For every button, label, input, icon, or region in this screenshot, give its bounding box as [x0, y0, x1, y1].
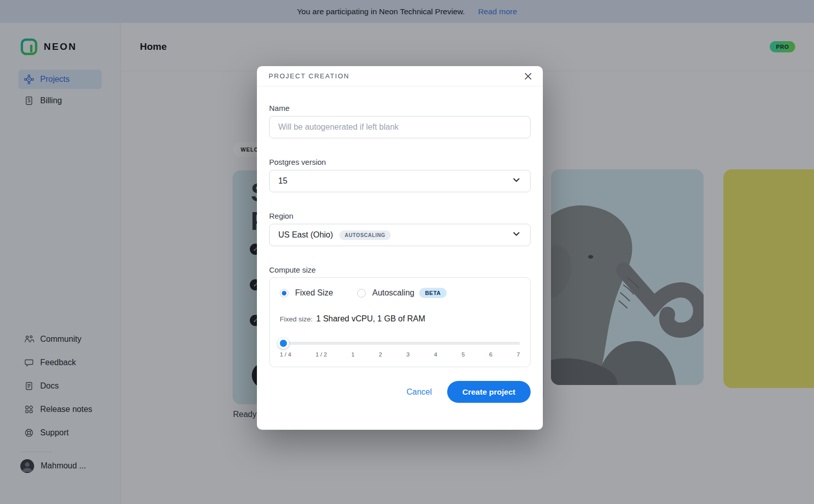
- app-screen: You are participating in Neon Technical …: [0, 0, 814, 504]
- slider-thumb[interactable]: [278, 338, 289, 349]
- chevron-down-icon: [512, 230, 520, 240]
- project-creation-modal: PROJECT CREATION Name Postgres version 1…: [257, 66, 543, 430]
- region-label: Region: [269, 212, 531, 220]
- tick-label: 5: [461, 351, 464, 358]
- radio-selected-icon: [280, 289, 288, 298]
- postgres-version-value: 15: [278, 176, 287, 186]
- region-value: US East (Ohio): [278, 230, 333, 240]
- modal-header: PROJECT CREATION: [257, 66, 543, 86]
- tick-label: 1 / 2: [315, 351, 327, 358]
- slider-track[interactable]: [280, 342, 520, 345]
- modal-footer: Cancel Create project: [269, 381, 531, 403]
- radio-label: Autoscaling: [372, 288, 415, 298]
- tick-label: 2: [379, 351, 382, 358]
- fixed-size-label: Fixed size:: [280, 315, 313, 323]
- autoscaling-radio[interactable]: Autoscaling BETA: [357, 288, 447, 298]
- cancel-button[interactable]: Cancel: [406, 388, 432, 397]
- tick-label: 4: [434, 351, 437, 358]
- tick-label: 1 / 4: [280, 351, 291, 358]
- close-icon[interactable]: [522, 71, 534, 82]
- compute-size-label: Compute size: [269, 265, 531, 274]
- autoscaling-badge: AUTOSCALING: [339, 230, 391, 240]
- tick-label: 1: [351, 351, 354, 358]
- modal-body: Name Postgres version 15 Region US East …: [257, 104, 543, 403]
- project-name-input[interactable]: [269, 116, 531, 138]
- fixed-size-radio[interactable]: Fixed Size: [280, 288, 333, 298]
- compute-mode-options: Fixed Size Autoscaling BETA: [280, 288, 520, 298]
- postgres-version-label: Postgres version: [269, 158, 531, 166]
- compute-size-slider[interactable]: [280, 339, 520, 348]
- fixed-size-value: 1 Shared vCPU, 1 GB of RAM: [316, 314, 425, 323]
- beta-badge: BETA: [419, 288, 446, 298]
- slider-tick-labels: 1 / 4 1 / 2 1 2 3 4 5 6 7: [280, 351, 520, 358]
- tick-label: 3: [406, 351, 410, 358]
- radio-unselected-icon: [357, 289, 366, 298]
- modal-title: PROJECT CREATION: [269, 72, 350, 80]
- tick-label: 6: [489, 351, 492, 358]
- create-project-button[interactable]: Create project: [447, 381, 531, 403]
- tick-label: 7: [517, 351, 520, 358]
- chevron-down-icon: [512, 176, 520, 186]
- name-label: Name: [269, 104, 531, 112]
- fixed-size-summary: Fixed size: 1 Shared vCPU, 1 GB of RAM: [280, 314, 520, 323]
- region-select[interactable]: US East (Ohio) AUTOSCALING: [269, 224, 531, 246]
- compute-size-box: Fixed Size Autoscaling BETA Fixed size: …: [269, 277, 531, 367]
- postgres-version-select[interactable]: 15: [269, 170, 531, 192]
- radio-label: Fixed Size: [295, 288, 333, 298]
